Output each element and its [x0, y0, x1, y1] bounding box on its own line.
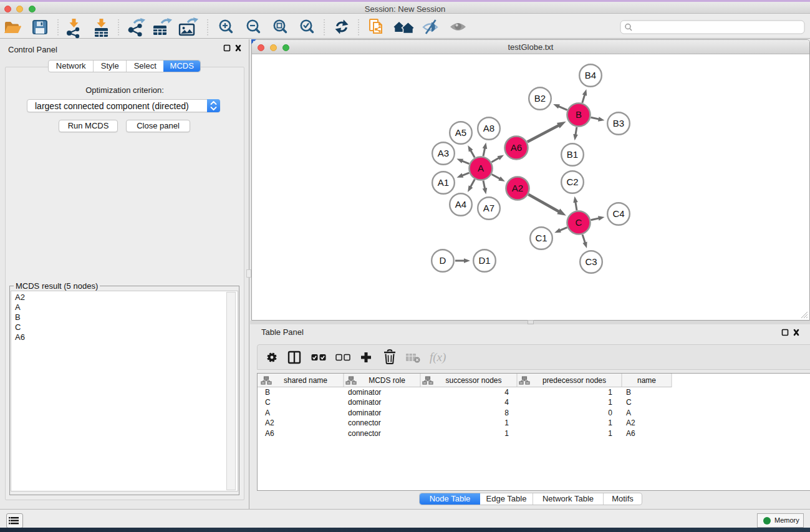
svg-text:D1: D1 [478, 255, 490, 266]
svg-text:A: A [626, 409, 631, 417]
svg-text:dominator: dominator [348, 398, 381, 407]
svg-text:A6: A6 [626, 429, 635, 438]
svg-text:name: name [637, 376, 656, 385]
svg-text:B: B [626, 388, 631, 397]
svg-text:C: C [626, 398, 632, 407]
svg-text:A1: A1 [438, 177, 449, 188]
svg-text:A6: A6 [511, 142, 522, 153]
svg-text:1: 1 [608, 398, 612, 407]
svg-text:C: C [265, 398, 271, 407]
svg-text:A6: A6 [265, 429, 274, 438]
svg-text:C2: C2 [566, 177, 578, 187]
svg-text:B2: B2 [534, 93, 546, 104]
svg-text:C: C [576, 217, 582, 228]
svg-text:4: 4 [504, 388, 509, 397]
svg-text:D: D [440, 255, 446, 266]
svg-text:A2: A2 [265, 418, 274, 427]
svg-text:C1: C1 [535, 233, 547, 243]
svg-text:A5: A5 [455, 127, 466, 138]
svg-text:dominator: dominator [348, 388, 381, 397]
svg-text:1: 1 [608, 429, 612, 438]
svg-text:8: 8 [504, 409, 509, 417]
svg-text:MCDS role: MCDS role [369, 376, 405, 385]
svg-text:B: B [265, 388, 270, 397]
svg-text:predecessor nodes: predecessor nodes [542, 376, 606, 385]
svg-text:B4: B4 [585, 70, 596, 80]
svg-text:A: A [478, 163, 484, 173]
svg-text:A2: A2 [626, 418, 635, 427]
svg-text:connector: connector [348, 418, 381, 427]
svg-text:connector: connector [348, 429, 381, 438]
svg-text:A: A [265, 409, 270, 417]
svg-text:successor nodes: successor nodes [445, 376, 501, 385]
svg-text:A3: A3 [438, 148, 449, 158]
svg-text:1: 1 [608, 418, 612, 427]
svg-text:A7: A7 [483, 203, 494, 213]
svg-text:4: 4 [504, 398, 509, 407]
svg-text:C4: C4 [612, 208, 624, 219]
svg-text:B1: B1 [567, 149, 578, 160]
svg-text:A4: A4 [455, 199, 466, 210]
svg-text:B: B [576, 109, 582, 120]
svg-text:1: 1 [608, 388, 612, 397]
svg-text:0: 0 [608, 409, 612, 417]
svg-text:1: 1 [504, 429, 509, 438]
svg-text:A2: A2 [512, 183, 523, 193]
svg-text:f(x): f(x) [430, 351, 446, 364]
svg-text:dominator: dominator [348, 409, 381, 417]
svg-text:C3: C3 [585, 256, 597, 267]
svg-text:1: 1 [504, 418, 509, 427]
svg-text:B3: B3 [613, 118, 624, 128]
svg-text:shared name: shared name [284, 376, 327, 385]
svg-text:A8: A8 [483, 123, 494, 133]
